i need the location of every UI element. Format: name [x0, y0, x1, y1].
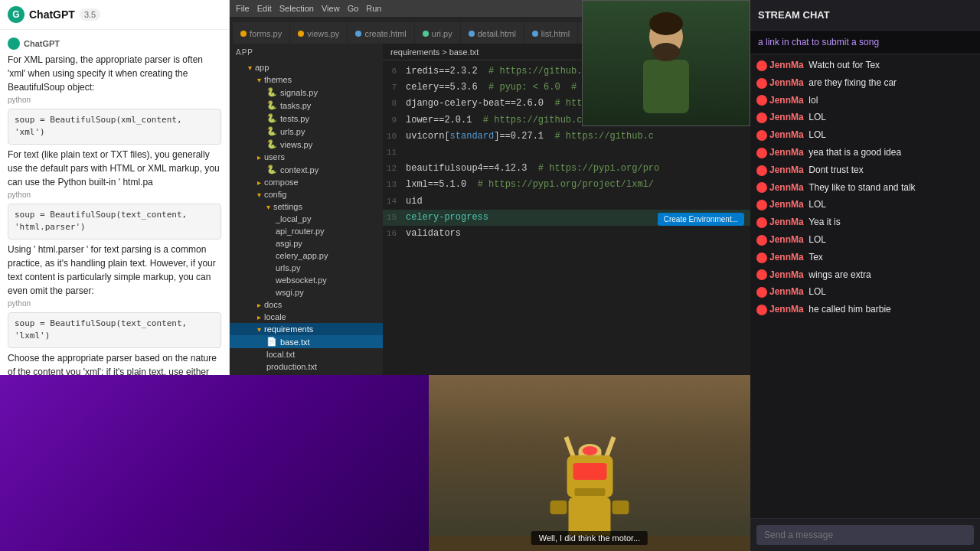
chat-message-6: JennMa: Dont trust tex	[756, 164, 974, 177]
folder-icon-settings: ▾	[266, 203, 270, 211]
sidebar-item-app[interactable]: ▾ app	[230, 61, 383, 73]
chat-message-1: JennMa: are they fixing the car	[756, 77, 974, 90]
tab-list-html[interactable]: list.html	[524, 22, 577, 44]
halo-logo-red	[582, 446, 597, 455]
sidebar-title: APP	[230, 44, 383, 61]
folder-icon-config: ▾	[257, 191, 261, 199]
tab-label-detail: detail.html	[478, 29, 516, 38]
line-num-12: 12	[383, 162, 406, 176]
sidebar-item-urls[interactable]: 🐍 urls.py	[230, 125, 383, 138]
sidebar-item-compose[interactable]: ▸ compose	[230, 176, 383, 188]
sidebar-item-views[interactable]: 🐍 views.py	[230, 138, 383, 151]
webcam-person-svg	[628, 10, 704, 117]
code-block-2: soup = BeautifulSoup(text_content, 'html…	[8, 204, 221, 240]
file-icon-tests: 🐍	[266, 113, 277, 123]
menu-edit[interactable]: Edit	[257, 4, 272, 13]
chatgpt-version-badge[interactable]: 3.5	[80, 8, 100, 21]
sidebar-item-users[interactable]: ▸ users	[230, 151, 383, 163]
chat-username-11: JennMa	[769, 252, 804, 262]
chat-message-10: JennMa: LOL	[756, 233, 974, 246]
sidebar-item-requirements[interactable]: ▾ requirements	[230, 323, 383, 335]
line-num-7: 7	[383, 81, 406, 95]
sidebar-item-themes[interactable]: ▾ themes	[230, 73, 383, 86]
sidebar-item-urls2[interactable]: urls.py	[230, 262, 383, 274]
chat-text-0: Watch out for Tex	[808, 60, 880, 70]
chat-message-12: JennMa: wings are extra	[756, 269, 974, 282]
tab-forms-py[interactable]: forms.py	[233, 22, 289, 44]
menu-selection[interactable]: Selection	[279, 4, 314, 13]
folder-icon-requirements: ▾	[257, 325, 261, 334]
vscode-sidebar: APP ▾ app ▾ themes 🐍 signals.py 🐍 tasks.…	[230, 44, 383, 393]
sidebar-item-signals[interactable]: 🐍 signals.py	[230, 86, 383, 99]
chat-badge-12	[756, 269, 767, 280]
sidebar-item-settings[interactable]: ▾ settings	[230, 201, 383, 213]
chat-input[interactable]	[756, 525, 974, 545]
chat-message-7: JennMa: They like to stand and talk	[756, 181, 974, 194]
sidebar-item-websocket[interactable]: websocket.py	[230, 274, 383, 286]
chat-text-4: LOL	[808, 129, 826, 140]
chat-badge-0	[756, 60, 767, 71]
code-line-16: 16 validators	[383, 226, 750, 242]
chat-username-0: JennMa	[769, 60, 804, 70]
chat-message-5: JennMa: yea that is a good idea	[756, 146, 974, 159]
chat-text-8: LOL	[808, 199, 826, 210]
tab-detail-html[interactable]: detail.html	[461, 22, 524, 44]
code-block-3: soup = BeautifulSoup(text_content, 'lxml…	[8, 312, 221, 348]
sidebar-item-locale[interactable]: ▸ locale	[230, 311, 383, 323]
robot-head	[567, 455, 612, 497]
chatgpt-ai-message: ChatGPT For XML parsing, the appropriate…	[8, 37, 221, 393]
tab-uri-py[interactable]: uri.py	[415, 22, 460, 44]
sidebar-item-wsgi[interactable]: wsgi.py	[230, 286, 383, 298]
menu-view[interactable]: View	[322, 4, 340, 13]
chat-message-14: JennMa: he called him barbie	[756, 303, 974, 316]
sidebar-item-celery-app[interactable]: celery_app.py	[230, 249, 383, 262]
tab-create-html[interactable]: create.html	[348, 22, 413, 44]
chat-announcement: a link in chat to submit a song	[750, 31, 980, 54]
sidebar-item-contextpy[interactable]: 🐍 context.py	[230, 163, 383, 176]
tab-views-py[interactable]: views.py	[290, 22, 347, 44]
code-label-1: python	[8, 94, 221, 106]
menu-file[interactable]: File	[236, 4, 250, 13]
chatgpt-sender-label: ChatGPT	[24, 37, 60, 51]
robot-jaw	[574, 488, 605, 496]
chat-username-14: JennMa	[769, 304, 804, 315]
robot-visor	[573, 463, 606, 480]
menu-go[interactable]: Go	[348, 4, 359, 13]
chat-text-6: Dont trust tex	[808, 165, 863, 175]
sidebar-item-localpy[interactable]: _local_py	[230, 213, 383, 225]
chat-username-5: JennMa	[769, 147, 804, 158]
chat-badge-2	[756, 95, 767, 106]
chat-badge-14	[756, 305, 767, 315]
tab-dot-create	[355, 31, 361, 37]
chat-text-7: They like to stand and talk	[808, 182, 915, 193]
sidebar-item-config[interactable]: ▾ config	[230, 188, 383, 201]
chatgpt-logo: G	[8, 6, 24, 23]
sidebar-item-api-router[interactable]: api_router.py	[230, 225, 383, 237]
chat-username-8: JennMa	[769, 199, 804, 210]
sidebar-item-local-txt[interactable]: local.txt	[230, 348, 383, 360]
tab-label-uri: uri.py	[432, 29, 452, 38]
sidebar-item-docs[interactable]: ▸ docs	[230, 298, 383, 311]
tab-dot-uri	[423, 31, 429, 37]
create-environment-button[interactable]: Create Environment...	[658, 213, 744, 226]
chat-text-12: wings are extra	[808, 269, 871, 280]
game-area: Well, I did think the motor...	[429, 375, 750, 551]
menu-run[interactable]: Run	[366, 4, 381, 13]
sidebar-item-base-txt[interactable]: 📄 base.txt	[230, 335, 383, 348]
sidebar-item-tests[interactable]: 🐍 tests.py	[230, 112, 383, 125]
chat-message-0: JennMa: Watch out for Tex	[756, 59, 974, 72]
chat-badge-4	[756, 130, 767, 141]
chat-text-3: LOL	[808, 112, 826, 122]
sidebar-item-asgi[interactable]: asgi.py	[230, 237, 383, 249]
line-num-11: 11	[383, 146, 406, 160]
chat-username-4: JennMa	[769, 129, 804, 140]
line-num-16: 16	[383, 227, 406, 241]
chat-username-3: JennMa	[769, 112, 804, 122]
sidebar-item-production-txt[interactable]: production.txt	[230, 360, 383, 373]
chat-username-9: JennMa	[769, 217, 804, 227]
sidebar-item-tasks[interactable]: 🐍 tasks.py	[230, 99, 383, 112]
tab-label-list: list.html	[541, 29, 570, 38]
code-block-1: soup = BeautifulSoup(xml_content, 'xml')	[8, 109, 221, 145]
folder-icon-locale: ▸	[257, 313, 261, 321]
svg-point-3	[652, 43, 680, 61]
